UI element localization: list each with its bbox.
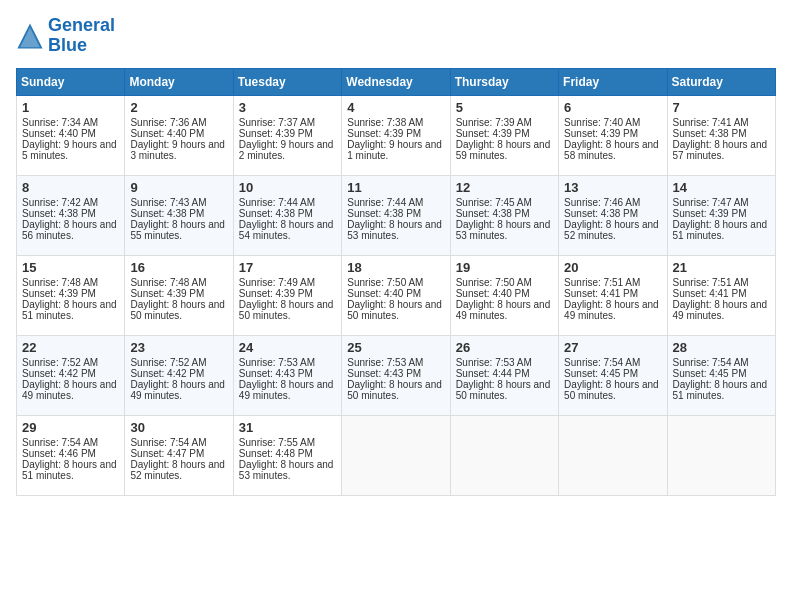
sunrise-text: Sunrise: 7:37 AM [239,117,315,128]
daylight-text: Daylight: 8 hours and 50 minutes. [456,379,551,401]
calendar-cell: 6 Sunrise: 7:40 AM Sunset: 4:39 PM Dayli… [559,95,667,175]
sunrise-text: Sunrise: 7:50 AM [347,277,423,288]
calendar-cell: 2 Sunrise: 7:36 AM Sunset: 4:40 PM Dayli… [125,95,233,175]
calendar-week-row: 22 Sunrise: 7:52 AM Sunset: 4:42 PM Dayl… [17,335,776,415]
logo-text: General Blue [48,16,115,56]
sunrise-text: Sunrise: 7:34 AM [22,117,98,128]
calendar-cell: 23 Sunrise: 7:52 AM Sunset: 4:42 PM Dayl… [125,335,233,415]
day-number: 30 [130,420,227,435]
calendar-week-row: 1 Sunrise: 7:34 AM Sunset: 4:40 PM Dayli… [17,95,776,175]
daylight-text: Daylight: 8 hours and 49 minutes. [22,379,117,401]
sunrise-text: Sunrise: 7:51 AM [673,277,749,288]
calendar-cell [559,415,667,495]
logo-icon [16,22,44,50]
sunrise-text: Sunrise: 7:45 AM [456,197,532,208]
day-number: 18 [347,260,444,275]
daylight-text: Daylight: 9 hours and 2 minutes. [239,139,334,161]
calendar-cell: 16 Sunrise: 7:48 AM Sunset: 4:39 PM Dayl… [125,255,233,335]
daylight-text: Daylight: 8 hours and 51 minutes. [673,219,768,241]
sunset-text: Sunset: 4:41 PM [564,288,638,299]
daylight-text: Daylight: 9 hours and 1 minute. [347,139,442,161]
sunset-text: Sunset: 4:38 PM [564,208,638,219]
day-header-thursday: Thursday [450,68,558,95]
sunset-text: Sunset: 4:39 PM [564,128,638,139]
sunset-text: Sunset: 4:39 PM [347,128,421,139]
sunrise-text: Sunrise: 7:54 AM [673,357,749,368]
calendar-cell: 3 Sunrise: 7:37 AM Sunset: 4:39 PM Dayli… [233,95,341,175]
sunrise-text: Sunrise: 7:39 AM [456,117,532,128]
sunset-text: Sunset: 4:38 PM [673,128,747,139]
day-header-wednesday: Wednesday [342,68,450,95]
sunrise-text: Sunrise: 7:41 AM [673,117,749,128]
day-header-friday: Friday [559,68,667,95]
sunrise-text: Sunrise: 7:43 AM [130,197,206,208]
calendar-cell: 12 Sunrise: 7:45 AM Sunset: 4:38 PM Dayl… [450,175,558,255]
sunrise-text: Sunrise: 7:51 AM [564,277,640,288]
daylight-text: Daylight: 8 hours and 49 minutes. [673,299,768,321]
calendar-cell: 21 Sunrise: 7:51 AM Sunset: 4:41 PM Dayl… [667,255,775,335]
day-number: 19 [456,260,553,275]
calendar-week-row: 15 Sunrise: 7:48 AM Sunset: 4:39 PM Dayl… [17,255,776,335]
day-number: 28 [673,340,770,355]
sunset-text: Sunset: 4:45 PM [564,368,638,379]
daylight-text: Daylight: 8 hours and 53 minutes. [456,219,551,241]
calendar-cell: 9 Sunrise: 7:43 AM Sunset: 4:38 PM Dayli… [125,175,233,255]
day-number: 22 [22,340,119,355]
day-number: 10 [239,180,336,195]
daylight-text: Daylight: 8 hours and 51 minutes. [22,459,117,481]
day-number: 7 [673,100,770,115]
sunset-text: Sunset: 4:45 PM [673,368,747,379]
day-number: 16 [130,260,227,275]
day-header-monday: Monday [125,68,233,95]
sunrise-text: Sunrise: 7:53 AM [456,357,532,368]
daylight-text: Daylight: 8 hours and 51 minutes. [673,379,768,401]
calendar-cell: 29 Sunrise: 7:54 AM Sunset: 4:46 PM Dayl… [17,415,125,495]
calendar-cell [667,415,775,495]
sunset-text: Sunset: 4:40 PM [456,288,530,299]
day-number: 25 [347,340,444,355]
day-number: 3 [239,100,336,115]
day-number: 6 [564,100,661,115]
sunset-text: Sunset: 4:39 PM [239,128,313,139]
calendar-cell: 19 Sunrise: 7:50 AM Sunset: 4:40 PM Dayl… [450,255,558,335]
sunrise-text: Sunrise: 7:47 AM [673,197,749,208]
calendar-cell: 20 Sunrise: 7:51 AM Sunset: 4:41 PM Dayl… [559,255,667,335]
sunset-text: Sunset: 4:47 PM [130,448,204,459]
calendar-header-row: SundayMondayTuesdayWednesdayThursdayFrid… [17,68,776,95]
day-number: 9 [130,180,227,195]
sunrise-text: Sunrise: 7:53 AM [239,357,315,368]
day-number: 20 [564,260,661,275]
daylight-text: Daylight: 8 hours and 58 minutes. [564,139,659,161]
daylight-text: Daylight: 8 hours and 50 minutes. [347,379,442,401]
sunset-text: Sunset: 4:38 PM [22,208,96,219]
sunset-text: Sunset: 4:42 PM [22,368,96,379]
calendar-cell: 7 Sunrise: 7:41 AM Sunset: 4:38 PM Dayli… [667,95,775,175]
sunrise-text: Sunrise: 7:48 AM [130,277,206,288]
day-number: 14 [673,180,770,195]
day-header-saturday: Saturday [667,68,775,95]
daylight-text: Daylight: 8 hours and 55 minutes. [130,219,225,241]
calendar-cell: 11 Sunrise: 7:44 AM Sunset: 4:38 PM Dayl… [342,175,450,255]
day-number: 17 [239,260,336,275]
daylight-text: Daylight: 8 hours and 49 minutes. [564,299,659,321]
sunset-text: Sunset: 4:39 PM [239,288,313,299]
calendar-cell: 27 Sunrise: 7:54 AM Sunset: 4:45 PM Dayl… [559,335,667,415]
sunset-text: Sunset: 4:40 PM [347,288,421,299]
sunrise-text: Sunrise: 7:54 AM [130,437,206,448]
calendar-cell: 8 Sunrise: 7:42 AM Sunset: 4:38 PM Dayli… [17,175,125,255]
calendar-cell: 1 Sunrise: 7:34 AM Sunset: 4:40 PM Dayli… [17,95,125,175]
daylight-text: Daylight: 8 hours and 56 minutes. [22,219,117,241]
sunset-text: Sunset: 4:43 PM [347,368,421,379]
sunset-text: Sunset: 4:43 PM [239,368,313,379]
daylight-text: Daylight: 8 hours and 51 minutes. [22,299,117,321]
sunset-text: Sunset: 4:38 PM [456,208,530,219]
day-number: 31 [239,420,336,435]
page-header: General Blue [16,16,776,56]
daylight-text: Daylight: 8 hours and 53 minutes. [239,459,334,481]
daylight-text: Daylight: 8 hours and 57 minutes. [673,139,768,161]
day-number: 2 [130,100,227,115]
sunrise-text: Sunrise: 7:44 AM [347,197,423,208]
sunrise-text: Sunrise: 7:53 AM [347,357,423,368]
day-number: 24 [239,340,336,355]
daylight-text: Daylight: 8 hours and 49 minutes. [239,379,334,401]
